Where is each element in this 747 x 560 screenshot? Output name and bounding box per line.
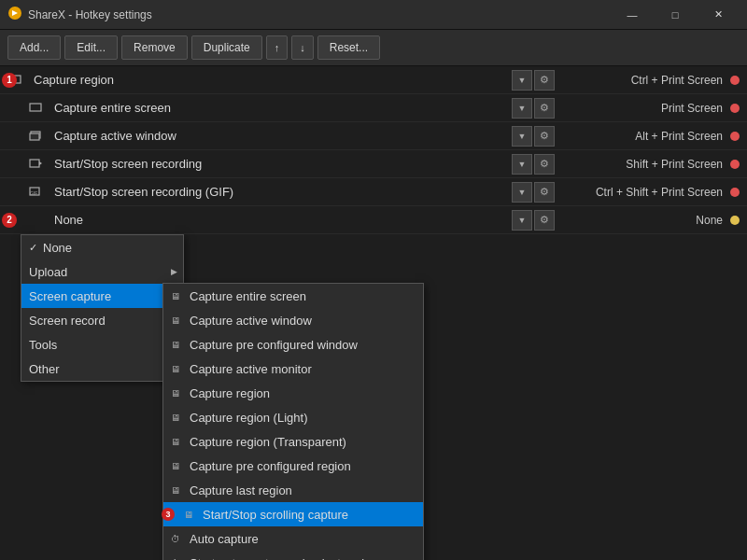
hotkey-name-2: Capture active window bbox=[50, 129, 512, 143]
menu-item-tools[interactable]: Tools ▶ bbox=[21, 332, 183, 357]
submenu-icon-8: 🖥 bbox=[171, 485, 186, 496]
hotkey-dropdown-1[interactable]: ▼ bbox=[512, 98, 532, 119]
hotkey-row-capture-active: Capture active window ▼ ⚙ Alt + Print Sc… bbox=[0, 122, 747, 150]
submenu-icon-4: 🖥 bbox=[171, 388, 186, 399]
submenu-icon-9: 🖥 bbox=[184, 510, 199, 520]
context-menu-l1: None Upload ▶ Screen capture ▶ Screen re… bbox=[21, 234, 184, 382]
menu-upload-label: Upload bbox=[29, 265, 67, 279]
capture-active-icon bbox=[26, 127, 45, 146]
hotkey-row-capture-region: 1 Capture region ▼ ⚙ Ctrl + Print Screen bbox=[0, 66, 747, 94]
close-button[interactable]: ✕ bbox=[697, 0, 740, 30]
hotkey-dropdown-4[interactable]: ▼ bbox=[512, 182, 532, 203]
hotkey-dropdown-0[interactable]: ▼ bbox=[512, 70, 532, 91]
menu-l2-item-0[interactable]: 🖥 Capture entire screen bbox=[163, 284, 423, 308]
menu-l2-item-10[interactable]: ⏱ Auto capture bbox=[163, 526, 423, 551]
hotkey-list: 1 Capture region ▼ ⚙ Ctrl + Print Screen… bbox=[0, 66, 747, 234]
menu-screen-capture-label: Screen capture bbox=[29, 289, 111, 303]
down-button[interactable]: ↓ bbox=[291, 35, 314, 60]
add-button[interactable]: Add... bbox=[7, 35, 61, 60]
svg-rect-3 bbox=[30, 104, 41, 111]
menu-l2-item-1[interactable]: 🖥 Capture active window bbox=[163, 308, 423, 332]
hotkey-name-4: Start/Stop screen recording (GIF) bbox=[50, 185, 512, 199]
remove-button[interactable]: Remove bbox=[121, 35, 188, 60]
submenu-icon-10: ⏱ bbox=[171, 534, 186, 544]
none-icon bbox=[26, 211, 45, 230]
menu-item-other[interactable]: Other ▶ bbox=[21, 357, 183, 381]
menu-l2-item-6[interactable]: 🖥 Capture region (Transparent) bbox=[163, 429, 423, 454]
menu-item-upload[interactable]: Upload ▶ bbox=[21, 259, 183, 284]
menu-l2-item-5[interactable]: 🖥 Capture region (Light) bbox=[163, 405, 423, 429]
menu-upload-arrow: ▶ bbox=[171, 267, 177, 276]
menu-l2-item-11[interactable]: ⏱ Start auto capture using last region bbox=[163, 551, 423, 560]
menu-item-none[interactable]: None bbox=[21, 235, 183, 259]
hotkey-key-2: Alt + Print Screen bbox=[562, 130, 730, 143]
submenu-label-3: Capture active monitor bbox=[190, 362, 312, 376]
menu-tools-label: Tools bbox=[29, 338, 57, 352]
submenu-label-6: Capture region (Transparent) bbox=[190, 435, 346, 449]
window-controls: — □ ✕ bbox=[611, 0, 740, 30]
reset-button[interactable]: Reset... bbox=[317, 35, 380, 60]
submenu-label-11: Start auto capture using last region bbox=[190, 556, 378, 561]
submenu-label-5: Capture region (Light) bbox=[190, 411, 307, 425]
context-menu-l2: 🖥 Capture entire screen 🖥 Capture active… bbox=[162, 283, 424, 560]
hotkey-settings-3[interactable]: ⚙ bbox=[534, 154, 555, 175]
hotkey-settings-4[interactable]: ⚙ bbox=[534, 182, 555, 203]
status-dot-3 bbox=[730, 160, 740, 169]
edit-button[interactable]: Edit... bbox=[64, 35, 118, 60]
hotkey-settings-0[interactable]: ⚙ bbox=[534, 70, 555, 91]
titlebar: ShareX - Hotkey settings — □ ✕ bbox=[0, 0, 747, 30]
submenu-label-10: Auto capture bbox=[190, 532, 259, 546]
menu-l2-item-4[interactable]: 🖥 Capture region bbox=[163, 381, 423, 405]
menu-l2-item-2[interactable]: 🖥 Capture pre configured window bbox=[163, 332, 423, 357]
submenu-label-1: Capture active window bbox=[190, 314, 312, 328]
maximize-button[interactable]: □ bbox=[654, 0, 697, 30]
hotkey-dropdown-2[interactable]: ▼ bbox=[512, 126, 532, 147]
menu-l2-item-7[interactable]: 🖥 Capture pre configured region bbox=[163, 454, 423, 478]
submenu-icon-2: 🖥 bbox=[171, 340, 186, 350]
menu-item-screen-capture[interactable]: Screen capture ▶ bbox=[21, 284, 183, 308]
hotkey-key-0: Ctrl + Print Screen bbox=[562, 74, 730, 87]
menu-item-screen-record[interactable]: Screen record ▶ bbox=[21, 308, 183, 332]
menu-none-label: None bbox=[43, 241, 72, 255]
screen-recording-gif-icon: GIF bbox=[26, 183, 45, 202]
svg-text:GIF: GIF bbox=[30, 190, 37, 196]
hotkey-dropdown-3[interactable]: ▼ bbox=[512, 154, 532, 175]
minimize-button[interactable]: — bbox=[611, 0, 654, 30]
menu-l2-item-3[interactable]: 🖥 Capture active monitor bbox=[163, 357, 423, 381]
none-key: None bbox=[562, 214, 730, 227]
hotkey-name-0: Capture region bbox=[30, 73, 512, 87]
submenu-icon-1: 🖥 bbox=[171, 315, 186, 326]
none-label: None bbox=[50, 213, 512, 227]
svg-marker-7 bbox=[39, 161, 42, 165]
none-settings[interactable]: ⚙ bbox=[534, 210, 555, 231]
menu-screen-record-label: Screen record bbox=[29, 314, 106, 328]
app-icon bbox=[7, 6, 22, 23]
hotkey-key-1: Print Screen bbox=[562, 102, 730, 115]
menu-l2-item-8[interactable]: 🖥 Capture last region bbox=[163, 478, 423, 502]
status-dot-none bbox=[730, 216, 740, 225]
status-dot-2 bbox=[730, 132, 740, 141]
submenu-label-0: Capture entire screen bbox=[190, 289, 306, 303]
menu-other-label: Other bbox=[29, 362, 60, 376]
submenu-icon-6: 🖥 bbox=[171, 437, 186, 447]
hotkey-name-3: Start/Stop screen recording bbox=[50, 157, 512, 171]
menu-l2-item-9[interactable]: 3 🖥 Start/Stop scrolling capture bbox=[163, 502, 423, 526]
hotkey-key-4: Ctrl + Shift + Print Screen bbox=[562, 186, 730, 199]
badge-1: 1 bbox=[2, 73, 17, 88]
none-dropdown[interactable]: ▼ bbox=[512, 210, 532, 231]
submenu-label-7: Capture pre configured region bbox=[190, 459, 351, 473]
submenu-label-8: Capture last region bbox=[190, 483, 292, 497]
badge-3: 3 bbox=[162, 508, 175, 521]
up-button[interactable]: ↑ bbox=[266, 35, 289, 60]
svg-rect-6 bbox=[30, 160, 39, 167]
hotkey-settings-2[interactable]: ⚙ bbox=[534, 126, 555, 147]
hotkey-settings-1[interactable]: ⚙ bbox=[534, 98, 555, 119]
capture-entire-icon bbox=[26, 99, 45, 118]
submenu-icon-0: 🖥 bbox=[171, 291, 186, 301]
window-title: ShareX - Hotkey settings bbox=[28, 8, 611, 21]
hotkey-key-3: Shift + Print Screen bbox=[562, 158, 730, 171]
toolbar: Add... Edit... Remove Duplicate ↑ ↓ Rese… bbox=[0, 30, 747, 66]
hotkey-name-1: Capture entire screen bbox=[50, 101, 512, 115]
duplicate-button[interactable]: Duplicate bbox=[191, 35, 262, 60]
hotkey-row-capture-entire: Capture entire screen ▼ ⚙ Print Screen bbox=[0, 94, 747, 122]
